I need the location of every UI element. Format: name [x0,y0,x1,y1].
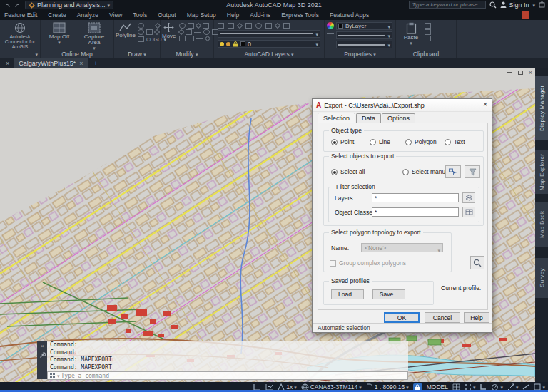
menu-add-ins[interactable]: Add-ins [250,11,270,19]
restore-icon[interactable] [518,71,523,75]
command-input[interactable] [61,373,405,379]
quick-filter-button[interactable] [465,165,480,178]
draw-group-label[interactable]: Draw [128,51,142,58]
cancel-button[interactable]: Cancel [425,312,460,323]
redo-icon[interactable] [14,2,21,9]
dialog-title-bar[interactable]: A Export - C:\Users\Ada\..\Export.shp × [313,99,492,112]
color-dropdown[interactable]: ByLayer [336,22,392,30]
panel-expand-icon[interactable] [35,51,38,58]
lineweight-dropdown[interactable] [336,41,392,48]
layer-dropdown[interactable]: 0 [218,40,320,48]
scale-icon[interactable] [178,29,183,35]
radio-line[interactable]: Line [370,138,390,145]
menu-feature-edit[interactable]: Feature Edit [4,11,37,19]
search-icon[interactable] [489,1,497,9]
menu-help[interactable]: Help [227,11,239,19]
layer-off-icon[interactable] [228,23,234,29]
mirror-icon[interactable] [194,32,201,33]
app-store-icon[interactable] [539,1,545,8]
ok-button[interactable]: OK [384,312,420,323]
tab-map-explorer[interactable]: Map Explorer [535,150,548,194]
radio-text[interactable]: Text [445,138,465,145]
radio-select-all[interactable]: Select all [331,168,365,175]
object-classes-picker-button[interactable] [462,207,475,217]
tab-selection[interactable]: Selection [318,113,355,123]
arc-icon[interactable] [138,23,144,29]
help-button[interactable]: Help [464,312,489,323]
map-off-button[interactable]: Map Off [44,22,74,46]
menu-create[interactable]: Create [48,11,66,19]
point-icon[interactable] [155,23,161,29]
menu-express-tools[interactable]: Express Tools [281,11,319,19]
layer-color-swatch[interactable] [240,41,245,46]
cut-icon[interactable] [425,29,431,35]
align-icon[interactable] [204,36,210,41]
layer-state-icon[interactable] [283,23,290,29]
search-input[interactable] [409,1,486,9]
radio-point[interactable]: Point [331,138,354,145]
radio-polygon[interactable]: Polygon [405,138,437,145]
erase-icon[interactable] [179,36,186,41]
array-icon[interactable] [203,23,209,29]
move-button[interactable]: Move [162,22,176,39]
copy-clip-icon[interactable] [425,23,431,29]
autocad-layers-group-label[interactable]: AutoCAD Layers [244,51,289,58]
new-tab-icon[interactable]: + [94,60,98,67]
capture-area-button[interactable]: Capture Area [78,22,110,51]
menu-view[interactable]: View [109,11,122,19]
line-icon[interactable] [146,26,153,26]
wrench-icon[interactable] [39,352,46,359]
online-map-group-label[interactable]: Online Map [61,51,92,58]
layer-freeze-icon[interactable] [245,23,252,29]
polygon-icon[interactable] [154,29,160,35]
layer-on-bulb-icon[interactable] [220,42,224,46]
linetype-icon[interactable] [327,31,334,31]
command-input-bar[interactable] [47,371,408,380]
drawing-tab[interactable]: CalgaryWithPlus15* × [14,58,88,68]
sign-in-button[interactable]: Sign In [500,1,529,9]
lineweight-icon[interactable] [327,33,334,34]
modify-group-label[interactable]: Modify [176,51,194,58]
titlebar-more-icon[interactable] [532,1,535,9]
linetype-dropdown[interactable] [336,31,392,39]
object-classes-input[interactable] [372,207,459,217]
trim-icon[interactable] [188,23,194,29]
tab-close-icon[interactable]: × [79,60,83,67]
layer-properties-icon[interactable] [218,23,224,29]
layers-input[interactable] [372,193,459,202]
copy-icon[interactable] [188,36,194,41]
offset-icon[interactable] [203,29,210,35]
minimize-icon[interactable] [507,72,512,73]
dialog-close-icon[interactable]: × [483,100,487,108]
layer-prev-icon[interactable] [275,23,280,29]
tab-map-book[interactable]: Map Book [535,202,548,247]
layers-picker-button[interactable] [462,192,475,203]
rectangle-icon[interactable] [146,29,153,35]
tab-survey[interactable]: Survey [535,258,548,298]
zoom-extents-button[interactable] [470,256,484,269]
undo-icon[interactable] [4,2,11,9]
layer-state-dropdown[interactable] [218,30,320,38]
load-button[interactable]: Load... [331,289,364,299]
save-button[interactable]: Save... [372,289,405,299]
command-close-icon[interactable]: × [41,343,44,349]
menu-analyze[interactable]: Analyze [77,11,98,19]
rotate-icon[interactable] [179,23,186,29]
arcgis-connector-button[interactable]: Autodesk Connector for ArcGIS [0,22,40,49]
hatch-icon[interactable] [138,36,144,42]
stretch-icon[interactable] [186,29,192,35]
layer-match-icon[interactable] [265,23,272,29]
circle-icon[interactable] [138,29,144,35]
menu-featured-apps[interactable]: Featured Apps [330,11,369,19]
layer-unlock-icon[interactable] [233,41,238,47]
customize-grid-icon[interactable] [50,373,56,378]
color-wheel-icon[interactable] [327,22,334,29]
chamfer-icon[interactable] [196,38,203,39]
select-objects-button[interactable] [445,165,461,178]
paste-button[interactable]: Paste [402,22,420,46]
layer-isolate-icon[interactable] [237,23,243,29]
workspace-switcher[interactable]: Planning and Analysis... [25,1,113,9]
menu-map-setup[interactable]: Map Setup [187,11,216,19]
command-history[interactable]: Command: Command: Command: MAPEXPORT Com… [47,341,408,371]
tab-display-manager[interactable]: Display Manager [535,76,548,140]
